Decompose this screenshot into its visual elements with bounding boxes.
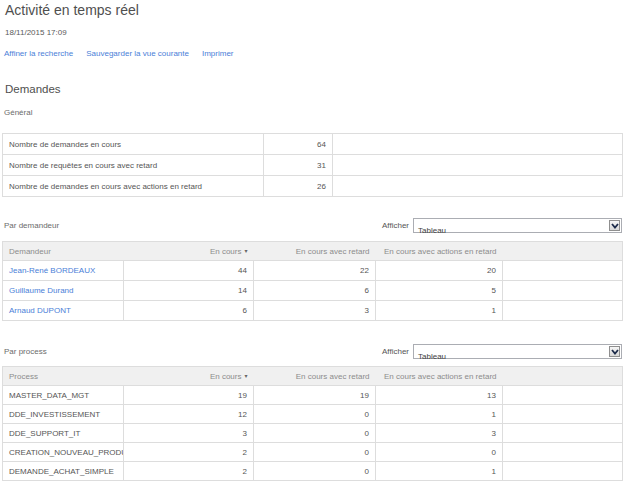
select-value: Tableau bbox=[414, 352, 446, 361]
cell-en-cours: 6 bbox=[124, 301, 254, 321]
cell-spacer bbox=[503, 443, 623, 462]
subsection-label-par-process: Par process bbox=[4, 347, 47, 356]
print-link[interactable]: Imprimer bbox=[202, 49, 234, 58]
display-mode-control: Afficher Tableau bbox=[382, 344, 622, 359]
cell-actions-retard: 13 bbox=[376, 386, 503, 405]
table-row: DDE_SUPPORT_IT 3 0 3 bbox=[3, 424, 623, 443]
cell-actions-retard: 3 bbox=[376, 424, 503, 443]
par-demandeur-header-row: Par demandeur Afficher Tableau bbox=[2, 217, 622, 233]
par-demandeur-table: Demandeur En cours▾ En cours avec retard… bbox=[2, 241, 623, 321]
general-row-spacer bbox=[333, 155, 623, 176]
cell-actions-retard: 5 bbox=[376, 281, 503, 301]
cell-actions-retard: 1 bbox=[376, 462, 503, 481]
general-row-label: Nombre de requêtes en cours avec retard bbox=[3, 155, 264, 176]
par-process-header-row: Par process Afficher Tableau bbox=[2, 343, 622, 359]
save-current-view-link[interactable]: Sauvegarder la vue courante bbox=[86, 49, 189, 58]
table-row: DEMANDE_ACHAT_SIMPLE 2 0 1 bbox=[3, 462, 623, 481]
cell-avec-retard: 0 bbox=[254, 405, 376, 424]
page-title: Activité en temps réel bbox=[5, 2, 139, 18]
general-row-spacer bbox=[333, 176, 623, 197]
table-header-row: Demandeur En cours▾ En cours avec retard… bbox=[3, 242, 623, 261]
cell-actions-retard: 1 bbox=[376, 301, 503, 321]
demandeur-link[interactable]: Jean-René BORDEAUX bbox=[9, 266, 95, 275]
cell-avec-retard: 6 bbox=[254, 281, 376, 301]
table-row: CREATION_NOUVEAU_PRODUIT 2 0 0 bbox=[3, 443, 623, 462]
cell-spacer bbox=[503, 424, 623, 443]
cell-avec-retard: 19 bbox=[254, 386, 376, 405]
demandeur-link[interactable]: Guillaume Durand bbox=[9, 286, 73, 295]
display-mode-select-demandeur[interactable]: Tableau bbox=[413, 218, 622, 233]
cell-process-name: DEMANDE_ACHAT_SIMPLE bbox=[3, 462, 124, 481]
column-header-en-cours-avec-retard[interactable]: En cours avec retard bbox=[254, 242, 376, 261]
cell-actions-retard: 20 bbox=[376, 261, 503, 281]
cell-en-cours: 2 bbox=[124, 443, 254, 462]
cell-process-name: DDE_SUPPORT_IT bbox=[3, 424, 124, 443]
table-header-row: Process En cours▾ En cours avec retard E… bbox=[3, 367, 623, 386]
table-row: MASTER_DATA_MGT 19 19 13 bbox=[3, 386, 623, 405]
table-row: Arnaud DUPONT 6 3 1 bbox=[3, 301, 623, 321]
chevron-down-icon[interactable] bbox=[609, 346, 620, 357]
afficher-label: Afficher bbox=[382, 347, 409, 356]
toolbar: Affiner la recherche Sauvegarder la vue … bbox=[4, 49, 234, 58]
general-counts-table: Nombre de demandes en cours 64 Nombre de… bbox=[2, 133, 623, 197]
cell-spacer bbox=[503, 301, 623, 321]
table-row: Jean-René BORDEAUX 44 22 20 bbox=[3, 261, 623, 281]
cell-en-cours: 3 bbox=[124, 424, 254, 443]
table-row: Guillaume Durand 14 6 5 bbox=[3, 281, 623, 301]
cell-en-cours: 2 bbox=[124, 462, 254, 481]
table-row: Nombre de demandes en cours 64 bbox=[3, 134, 623, 155]
cell-spacer bbox=[503, 462, 623, 481]
cell-en-cours: 12 bbox=[124, 405, 254, 424]
cell-en-cours: 19 bbox=[124, 386, 254, 405]
general-row-spacer bbox=[333, 134, 623, 155]
select-value: Tableau bbox=[414, 226, 446, 235]
cell-process-name: CREATION_NOUVEAU_PRODUIT bbox=[3, 443, 124, 462]
cell-spacer bbox=[503, 405, 623, 424]
cell-spacer bbox=[503, 281, 623, 301]
cell-avec-retard: 3 bbox=[254, 301, 376, 321]
cell-en-cours: 44 bbox=[124, 261, 254, 281]
subsection-label-par-demandeur: Par demandeur bbox=[4, 221, 59, 230]
subsection-label-general: Général bbox=[4, 108, 32, 117]
cell-spacer bbox=[503, 386, 623, 405]
cell-actions-retard: 1 bbox=[376, 405, 503, 424]
column-header-demandeur[interactable]: Demandeur bbox=[3, 242, 124, 261]
display-mode-control: Afficher Tableau bbox=[382, 218, 622, 233]
display-mode-select-process[interactable]: Tableau bbox=[413, 344, 622, 359]
demandeur-link[interactable]: Arnaud DUPONT bbox=[9, 306, 71, 315]
general-row-label: Nombre de demandes en cours bbox=[3, 134, 264, 155]
column-header-actions-en-retard[interactable]: En cours avec actions en retard bbox=[376, 367, 503, 386]
general-row-value: 26 bbox=[264, 176, 333, 197]
section-heading-demandes: Demandes bbox=[5, 83, 61, 95]
cell-actions-retard: 0 bbox=[376, 443, 503, 462]
cell-en-cours: 14 bbox=[124, 281, 254, 301]
column-header-spacer bbox=[503, 367, 623, 386]
cell-process-name: MASTER_DATA_MGT bbox=[3, 386, 124, 405]
refine-search-link[interactable]: Affiner la recherche bbox=[4, 49, 73, 58]
cell-avec-retard: 0 bbox=[254, 443, 376, 462]
report-timestamp: 18/11/2015 17:09 bbox=[5, 28, 67, 37]
general-row-value: 31 bbox=[264, 155, 333, 176]
par-process-table: Process En cours▾ En cours avec retard E… bbox=[2, 366, 623, 481]
cell-avec-retard: 22 bbox=[254, 261, 376, 281]
cell-avec-retard: 0 bbox=[254, 462, 376, 481]
column-header-en-cours[interactable]: En cours▾ bbox=[124, 367, 254, 386]
general-row-label: Nombre de demandes en cours avec actions… bbox=[3, 176, 264, 197]
column-header-process[interactable]: Process bbox=[3, 367, 124, 386]
cell-spacer bbox=[503, 261, 623, 281]
general-row-value: 64 bbox=[264, 134, 333, 155]
chevron-down-icon[interactable] bbox=[609, 220, 620, 231]
afficher-label: Afficher bbox=[382, 221, 409, 230]
table-row: DDE_INVESTISSEMENT 12 0 1 bbox=[3, 405, 623, 424]
column-header-actions-en-retard[interactable]: En cours avec actions en retard bbox=[376, 242, 503, 261]
table-row: Nombre de requêtes en cours avec retard … bbox=[3, 155, 623, 176]
column-header-en-cours-avec-retard[interactable]: En cours avec retard bbox=[254, 367, 376, 386]
sort-desc-icon: ▾ bbox=[244, 248, 247, 254]
table-row: Nombre de demandes en cours avec actions… bbox=[3, 176, 623, 197]
column-header-spacer bbox=[503, 242, 623, 261]
cell-process-name: DDE_INVESTISSEMENT bbox=[3, 405, 124, 424]
sort-desc-icon: ▾ bbox=[244, 373, 247, 379]
column-header-en-cours[interactable]: En cours▾ bbox=[124, 242, 254, 261]
cell-avec-retard: 0 bbox=[254, 424, 376, 443]
